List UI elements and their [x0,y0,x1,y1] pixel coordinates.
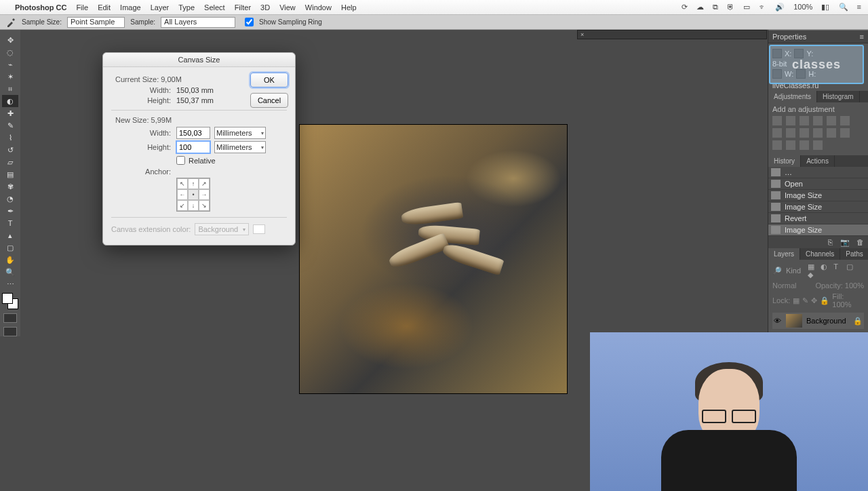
zoom-tool[interactable]: 🔍 [2,266,18,278]
anchor-n[interactable]: ↑ [188,178,199,189]
document-tab[interactable]: × [577,30,767,39]
anchor-grid[interactable]: ↖ ↑ ↗ ← • → ↙ ↓ ↘ [176,178,210,212]
blur-tool[interactable]: ✾ [2,180,18,193]
new-height-input[interactable] [176,141,210,153]
menu-file[interactable]: File [76,3,88,12]
edit-toolbar[interactable]: ⋯ [2,278,18,290]
sample-size-select[interactable]: Point Sample [67,17,125,28]
history-item[interactable]: Image Size [768,201,868,213]
history-item[interactable]: Image Size [768,190,868,201]
anchor-e[interactable]: → [199,189,210,200]
new-height-unit-select[interactable]: Millimeters [214,141,266,153]
adjustments-tab[interactable]: Adjustments [768,91,817,102]
layer-thumbnail[interactable] [786,314,802,328]
volume-icon[interactable]: 🔊 [775,3,785,11]
lasso-tool[interactable]: ⌁ [2,58,18,71]
marquee-tool[interactable]: ◌ [2,46,18,58]
cancel-button[interactable]: Cancel [250,93,288,108]
histogram-tab[interactable]: Histogram [817,91,860,102]
menu-image[interactable]: Image [120,3,141,12]
lock-pixels-icon[interactable]: ✎ [802,296,808,305]
adjustment-row-3[interactable] [772,140,864,150]
filter-adjust-icon[interactable]: ◐ [821,262,829,271]
layers-tab[interactable]: Layers [768,248,800,260]
relative-checkbox[interactable] [176,156,185,165]
actions-tab[interactable]: Actions [801,155,835,167]
sample-layers-select[interactable]: All Layers [161,17,235,28]
quickmask-toggle[interactable] [3,313,17,323]
quick-select-tool[interactable]: ✶ [2,71,18,83]
history-brush-tool[interactable]: ↺ [2,144,18,156]
history-item[interactable]: Open [768,178,868,190]
new-snapshot-icon[interactable]: 📷 [841,238,849,246]
screenmode-toggle[interactable] [3,327,17,336]
battery-icon[interactable]: ▮▯ [821,3,829,11]
gradient-tool[interactable]: ▤ [2,168,18,180]
layer-background[interactable]: 👁 Background 🔒 [772,313,864,329]
history-item[interactable]: Revert [768,213,868,224]
eyedropper-tool[interactable]: ◐ [2,95,18,107]
move-tool[interactable]: ✥ [2,34,18,46]
adjustment-row-1[interactable] [772,116,864,125]
anchor-nw[interactable]: ↖ [177,178,188,189]
shield-icon[interactable]: ⛨ [727,3,734,11]
filter-type-icon[interactable]: T [833,262,842,271]
channels-tab[interactable]: Channels [800,248,840,260]
anchor-ne[interactable]: ↗ [199,178,210,189]
lock-transparency-icon[interactable]: ▦ [793,296,800,305]
stamp-tool[interactable]: ⌇ [2,132,18,144]
paths-tab[interactable]: Paths [840,248,868,260]
eraser-tool[interactable]: ▱ [2,156,18,168]
menu-filter[interactable]: Filter [235,3,251,12]
panel-menu-icon[interactable]: ≡ [860,33,864,41]
menu-layer[interactable]: Layer [151,3,170,12]
history-item[interactable]: Image Size [768,224,868,236]
menu-edit[interactable]: Edit [98,3,111,12]
display-icon[interactable]: ▭ [743,3,750,11]
menu-extras-icon[interactable]: ≡ [857,3,861,11]
history-tab[interactable]: History [768,155,801,167]
menu-help[interactable]: Help [341,3,357,12]
filter-kind-icon[interactable]: 🔎 [772,267,782,275]
filter-pixel-icon[interactable]: ▦ [808,262,816,271]
anchor-se[interactable]: ↘ [199,200,210,211]
shape-tool[interactable]: ▢ [2,241,18,254]
opacity-value[interactable]: 100% [845,281,864,290]
show-sampling-ring-checkbox[interactable] [245,18,254,26]
dodge-tool[interactable]: ◔ [2,193,18,205]
healing-tool[interactable]: ✚ [2,107,18,119]
menu-window[interactable]: Window [305,3,332,12]
path-select-tool[interactable]: ▴ [2,229,18,241]
filter-shape-icon[interactable]: ▢ [846,262,854,271]
anchor-center[interactable]: • [188,189,199,200]
anchor-s[interactable]: ↓ [188,200,199,211]
cloud-icon[interactable]: ☁ [696,3,704,11]
adjustment-row-2[interactable] [772,128,864,138]
menu-select[interactable]: Select [204,3,225,12]
color-swatches[interactable] [2,293,18,309]
app-name[interactable]: Photoshop CC [15,3,66,12]
menu-view[interactable]: View [279,3,296,12]
filter-smart-icon[interactable]: ◆ [808,271,816,279]
crop-tool[interactable]: ⌗ [2,83,18,95]
lock-position-icon[interactable]: ✥ [811,296,817,305]
open-image[interactable] [300,125,567,393]
new-width-unit-select[interactable]: Millimeters [214,127,266,139]
pen-tool[interactable]: ✒ [2,205,18,217]
brush-tool[interactable]: ✎ [2,119,18,132]
new-width-input[interactable] [176,127,210,139]
type-tool[interactable]: T [2,217,18,229]
ok-button[interactable]: OK [250,73,288,87]
lock-all-icon[interactable]: 🔒 [820,296,829,305]
create-document-icon[interactable]: ⎘ [826,238,834,246]
navigator-panel[interactable]: classes [769,45,864,84]
delete-state-icon[interactable]: 🗑 [856,238,864,246]
sync-icon[interactable]: ⟳ [682,3,688,11]
wifi-icon[interactable]: ᯤ [759,3,766,11]
hand-tool[interactable]: ✋ [2,254,18,266]
anchor-w[interactable]: ← [177,189,188,200]
eyedropper-current-tool-icon[interactable] [5,17,16,28]
spotlight-icon[interactable]: 🔍 [839,3,848,11]
menu-type[interactable]: Type [178,3,195,12]
foreground-swatch[interactable] [2,293,13,304]
